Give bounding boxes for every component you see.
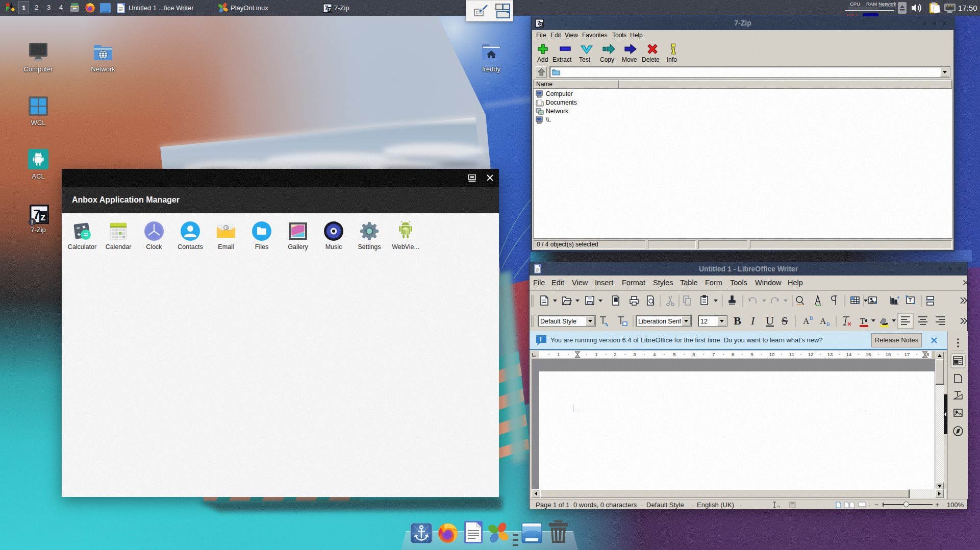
svg-text:15: 15: [866, 352, 871, 357]
svg-text:U: U: [766, 314, 774, 327]
svg-text:B: B: [826, 321, 830, 327]
svg-text:A: A: [803, 316, 810, 326]
svg-text:z: z: [40, 211, 46, 222]
svg-text:A: A: [820, 316, 826, 326]
svg-text:5: 5: [673, 352, 675, 357]
svg-text:17: 17: [904, 352, 910, 357]
svg-text:B: B: [734, 314, 741, 327]
svg-text:6: 6: [692, 352, 695, 357]
svg-text:3: 3: [633, 352, 636, 357]
svg-text:11: 11: [789, 352, 794, 357]
svg-text:z: z: [329, 7, 331, 12]
svg-text:10: 10: [769, 352, 775, 357]
svg-text:2: 2: [614, 352, 616, 357]
svg-text:14: 14: [846, 352, 852, 357]
svg-text:1: 1: [557, 352, 560, 357]
svg-text:7: 7: [712, 352, 715, 357]
svg-text:T: T: [860, 317, 865, 326]
svg-text:13: 13: [827, 352, 833, 357]
svg-text:8: 8: [732, 352, 734, 357]
svg-text:!: !: [31, 219, 33, 226]
svg-text:B: B: [810, 315, 813, 321]
svg-text:12: 12: [808, 352, 814, 357]
svg-text:16: 16: [886, 352, 891, 357]
svg-text:4: 4: [653, 352, 656, 357]
svg-text:1: 1: [595, 352, 597, 357]
svg-text:S: S: [782, 314, 788, 327]
svg-text:I: I: [750, 314, 756, 327]
svg-text:9: 9: [750, 352, 753, 357]
